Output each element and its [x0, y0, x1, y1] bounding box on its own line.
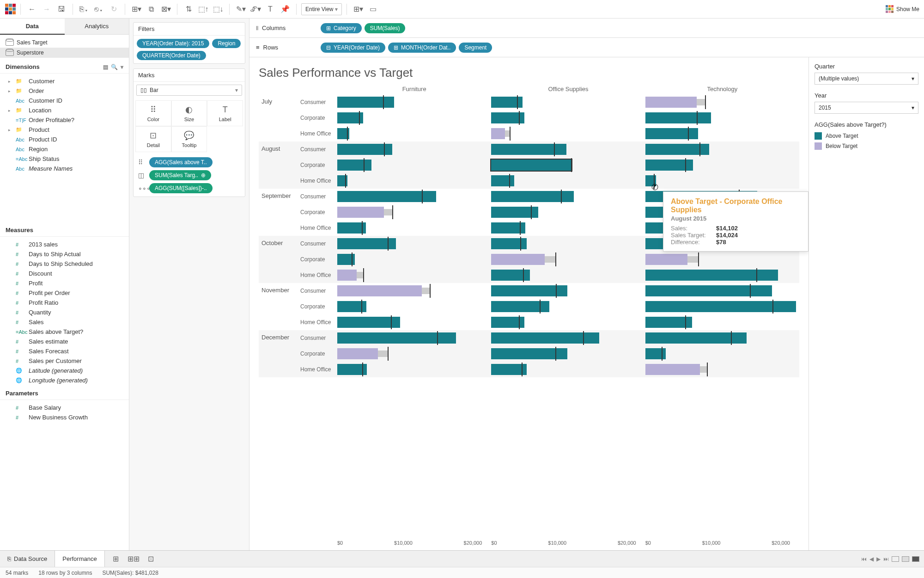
save-button[interactable]: 🖫 — [55, 3, 68, 16]
value-bar[interactable] — [491, 175, 514, 186]
new-sheet-icon[interactable]: ⊞ — [109, 553, 122, 566]
highlight-button[interactable]: ✎▾ — [234, 3, 247, 16]
view-as-icon[interactable]: ▤ — [103, 64, 108, 70]
chart-cell[interactable] — [491, 299, 645, 314]
chart-cell[interactable] — [337, 110, 491, 126]
shelf-pill[interactable]: ⊞Category — [321, 23, 362, 33]
chart-cell[interactable] — [491, 173, 645, 189]
search-fields-icon[interactable]: 🔍 — [111, 64, 118, 70]
chart-cell[interactable] — [337, 362, 491, 377]
chart-cell[interactable] — [645, 283, 799, 299]
chart-cell[interactable] — [645, 330, 799, 346]
chart-cell[interactable] — [337, 173, 491, 189]
show-me-button[interactable]: Show Me — [886, 5, 919, 13]
chart-cell[interactable] — [491, 94, 645, 110]
value-bar[interactable] — [645, 97, 697, 108]
value-bar[interactable] — [491, 160, 571, 171]
value-bar[interactable] — [645, 254, 687, 265]
chart-cell[interactable] — [337, 157, 491, 173]
chart-cell[interactable] — [491, 141, 645, 157]
chart-cell[interactable] — [645, 267, 799, 283]
tab-data[interactable]: Data — [0, 18, 65, 35]
field-item[interactable]: #Sales — [0, 317, 129, 327]
clear-sheet-button[interactable]: ⊠▾ — [159, 3, 172, 16]
new-dashboard-icon[interactable]: ⊞⊞ — [127, 553, 140, 566]
chart-cell[interactable] — [337, 141, 491, 157]
field-item[interactable]: =AbcSales above Target? — [0, 327, 129, 337]
value-bar[interactable] — [645, 112, 711, 123]
back-button[interactable]: ← — [25, 3, 38, 16]
chart-cell[interactable] — [337, 267, 491, 283]
field-item[interactable]: AbcMeasure Names — [0, 164, 129, 173]
value-bar[interactable] — [645, 364, 700, 375]
field-item[interactable]: =T|FOrder Profitable? — [0, 115, 129, 125]
field-item[interactable]: ▸📁Product — [0, 125, 129, 135]
chart-cell[interactable] — [645, 314, 799, 330]
chart-cell[interactable] — [645, 110, 799, 126]
filter-pill[interactable]: YEAR(Order Date): 2015 — [137, 39, 209, 48]
chart-cell[interactable] — [337, 236, 491, 252]
field-item[interactable]: #Profit — [0, 278, 129, 288]
marks-color[interactable]: ⠿Color — [135, 100, 171, 126]
swap-axes-button[interactable]: ⇅ — [182, 3, 195, 16]
pin-button[interactable]: 📌 — [279, 3, 292, 16]
value-bar[interactable] — [491, 97, 523, 108]
filter-pill[interactable]: QUARTER(Order Date) — [137, 51, 206, 60]
chart-cell[interactable] — [645, 252, 799, 267]
field-item[interactable]: #Quantity — [0, 307, 129, 317]
refresh-button[interactable]: ↻ — [107, 3, 120, 16]
legend-item[interactable]: Above Target — [815, 131, 918, 141]
marks-detail[interactable]: ⊡Detail — [135, 126, 171, 152]
marks-tooltip[interactable]: 💬Tooltip — [171, 126, 207, 152]
chart-cell[interactable] — [337, 189, 491, 204]
field-item[interactable]: #Sales per Customer — [0, 356, 129, 366]
view-sheet-icon[interactable] — [912, 556, 919, 562]
value-bar[interactable] — [337, 285, 422, 296]
duplicate-sheet-button[interactable]: ⧉ — [145, 3, 158, 16]
nav-prev-icon[interactable]: ◀ — [869, 556, 874, 562]
field-item[interactable]: #Days to Ship Actual — [0, 249, 129, 259]
group-button[interactable]: 🖇▾ — [249, 3, 262, 16]
chart-cell[interactable] — [645, 94, 799, 110]
value-bar[interactable] — [337, 332, 456, 344]
presentation-button[interactable]: ▭ — [366, 3, 379, 16]
shelf-pill[interactable]: ⊞MONTH(Order Dat.. — [388, 43, 456, 53]
data-source-tab[interactable]: ⎘Data Source — [0, 551, 55, 567]
columns-shelf[interactable]: ⦀Columns ⊞CategorySUM(Sales) — [249, 18, 924, 38]
field-item[interactable]: #Base Salary — [0, 403, 129, 412]
field-item[interactable]: #Sales Forecast — [0, 346, 129, 356]
chart-cell[interactable] — [337, 330, 491, 346]
field-item[interactable]: #Discount — [0, 269, 129, 278]
field-item[interactable]: ▸📁Order — [0, 86, 129, 96]
rows-shelf[interactable]: ≡Rows ⊟YEAR(Order Date)⊞MONTH(Order Dat.… — [249, 38, 924, 57]
field-item[interactable]: #Profit per Order — [0, 288, 129, 298]
marks-label[interactable]: TLabel — [207, 100, 243, 126]
filter-pill[interactable]: Region — [212, 39, 241, 48]
value-bar[interactable] — [491, 270, 530, 281]
chart-cell[interactable] — [645, 126, 799, 141]
field-item[interactable]: ▸📁Customer — [0, 76, 129, 86]
chart-cell[interactable] — [337, 252, 491, 267]
value-bar[interactable] — [645, 285, 772, 296]
chart-cell[interactable] — [491, 252, 645, 267]
chart-cell[interactable] — [491, 204, 645, 220]
mark-type-dropdown[interactable]: ▯▯ Bar ▾ — [136, 85, 242, 96]
year-filter-dropdown[interactable]: 2015▾ — [815, 102, 918, 114]
chart-cell[interactable] — [337, 126, 491, 141]
mark-pill[interactable]: AGG(SUM([Sales])-.. — [149, 183, 213, 193]
sheet-tab-performance[interactable]: Performance — [55, 551, 104, 567]
field-item[interactable]: #New Business Growth — [0, 412, 129, 422]
field-item[interactable]: Latitude (generated) — [0, 366, 129, 375]
chart-cell[interactable] — [645, 157, 799, 173]
field-item[interactable]: #Days to Ship Scheduled — [0, 259, 129, 269]
chart-cell[interactable] — [337, 283, 491, 299]
chart-cell[interactable] — [491, 157, 645, 173]
value-bar[interactable] — [337, 191, 436, 202]
field-item[interactable]: AbcCustomer ID — [0, 96, 129, 105]
value-bar[interactable] — [645, 270, 778, 281]
datasource-sales-target[interactable]: Sales Target — [0, 37, 129, 48]
chart-cell[interactable] — [491, 283, 645, 299]
sort-desc-button[interactable]: ⬚↓ — [212, 3, 225, 16]
shelf-pill[interactable]: ⊟YEAR(Order Date) — [321, 43, 385, 53]
marks-size[interactable]: ◐Size — [171, 100, 207, 126]
